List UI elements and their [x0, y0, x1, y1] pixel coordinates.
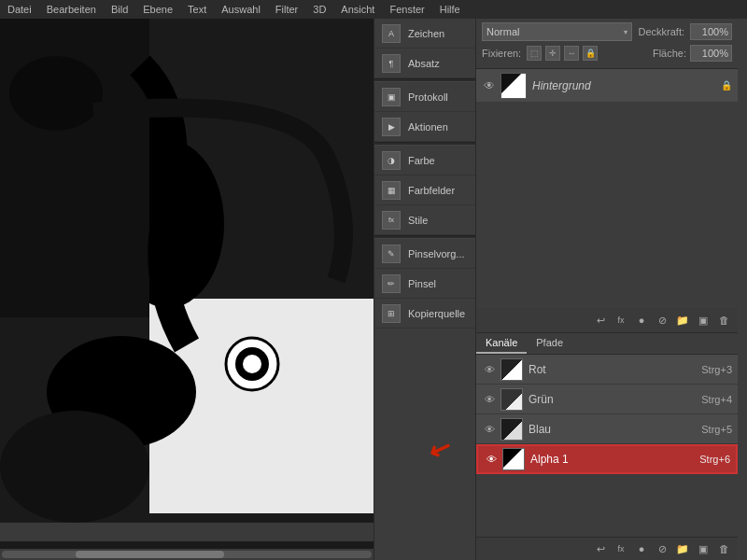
channel-alpha1[interactable]: 👁 Alpha 1 Strg+6	[476, 444, 738, 474]
right-container: A Zeichen ¶ Absatz ▣ Protokoll ▶ Aktione…	[374, 19, 747, 560]
toolbar-link-icon[interactable]: ↩	[592, 312, 609, 329]
menu-ebene[interactable]: Ebene	[143, 4, 173, 15]
layer-name: Hintergrund	[532, 79, 721, 92]
blend-row: Normal ▾ Deckkraft:	[482, 22, 732, 41]
fix-icon-3[interactable]: ↔	[564, 46, 579, 61]
stile-icon: fx	[382, 211, 401, 230]
menu-auswahl[interactable]: Auswahl	[221, 4, 261, 15]
layers-spacer	[476, 103, 738, 308]
farbfelder-icon: ▦	[382, 181, 401, 200]
toolbar-folder-icon[interactable]: 📁	[674, 312, 691, 329]
layer-thumbnail	[500, 73, 527, 99]
panel-item-farbe[interactable]: ◑ Farbe	[374, 146, 475, 175]
blend-dropdown-arrow-icon: ▾	[624, 28, 627, 36]
menu-bearbeiten[interactable]: Bearbeiten	[47, 4, 96, 15]
channel-gruen[interactable]: 👁 Grün Strg+4	[476, 385, 738, 414]
canvas-content[interactable]: →	[0, 19, 374, 549]
canvas-scrollbar-bottom[interactable]	[0, 549, 374, 560]
absatz-icon: ¶	[382, 54, 401, 73]
toolbar-fx-icon[interactable]: fx	[613, 312, 629, 329]
panel-item-pinselvorgabe[interactable]: ✎ Pinselvorg...	[374, 239, 475, 269]
panel-item-stile[interactable]: fx Stile	[374, 205, 475, 235]
menu-fenster[interactable]: Fenster	[389, 4, 424, 15]
menu-filter[interactable]: Filter	[275, 4, 298, 15]
panel-item-pinsel[interactable]: ✏ Pinsel	[374, 269, 475, 299]
zeichen-label: Zeichen	[408, 28, 444, 39]
horizontal-scrollbar-track[interactable]	[2, 551, 372, 558]
bottom-folder-icon[interactable]: 📁	[674, 540, 691, 557]
menu-bild[interactable]: Bild	[111, 4, 128, 15]
panel-item-kopierquelle[interactable]: ⊞ Kopierquelle	[374, 299, 475, 329]
channels-bottom: ↩ fx ● ⊘ 📁 ▣ 🗑	[476, 537, 738, 560]
layer-lock-icon: 🔒	[721, 80, 732, 91]
main-area: → A Zeichen ¶ Absatz ▣ Protokoll	[0, 19, 747, 560]
blend-mode-dropdown[interactable]: Normal ▾	[482, 22, 632, 41]
canvas-area: →	[0, 19, 374, 560]
panel-item-zeichen[interactable]: A Zeichen	[374, 19, 475, 49]
bottom-new-icon[interactable]: ▣	[695, 540, 712, 557]
channel-rot[interactable]: 👁 Rot Strg+3	[476, 355, 738, 385]
menu-3d[interactable]: 3D	[313, 4, 326, 15]
menu-text[interactable]: Text	[188, 4, 206, 15]
layer-hintergrund[interactable]: 👁 Hintergrund 🔒	[476, 69, 738, 103]
toolbar-circle-icon[interactable]: ●	[633, 312, 650, 329]
toolbar-new-icon[interactable]: ▣	[695, 312, 712, 329]
channel-blau-thumb	[500, 418, 523, 441]
channel-blau[interactable]: 👁 Blau Strg+5	[476, 414, 738, 444]
aktionen-label: Aktionen	[408, 121, 448, 133]
right-panel: Normal ▾ Deckkraft: Fixieren: ⬚ ✛ ↔ 🔒 Fl…	[476, 19, 738, 560]
channel-rot-shortcut: Strg+3	[701, 364, 732, 375]
kopierquelle-icon: ⊞	[382, 304, 401, 323]
pinsel-label: Pinsel	[408, 278, 436, 289]
toolbar-mask-icon[interactable]: ⊘	[654, 312, 670, 329]
horizontal-scrollbar-thumb[interactable]	[76, 551, 223, 558]
panel-item-protokoll[interactable]: ▣ Protokoll	[374, 82, 475, 112]
menu-datei[interactable]: Datei	[7, 4, 32, 15]
menu-hilfe[interactable]: Hilfe	[440, 4, 460, 15]
fix-icon-4[interactable]: 🔒	[583, 46, 598, 61]
top-menu-bar: Datei Bearbeiten Bild Ebene Text Auswahl…	[0, 0, 747, 19]
bottom-mask-icon[interactable]: ⊘	[654, 540, 670, 557]
panel-item-absatz[interactable]: ¶ Absatz	[374, 49, 475, 78]
channel-alpha1-eye[interactable]: 👁	[484, 452, 499, 467]
channel-rot-name: Rot	[529, 363, 701, 376]
menu-ansicht[interactable]: Ansicht	[341, 4, 374, 15]
channel-gruen-eye[interactable]: 👁	[482, 392, 497, 407]
layer-eye-icon[interactable]: 👁	[482, 78, 497, 93]
channels-panel: 👁 Rot Strg+3 👁 Grün Strg+4 👁 Blau	[476, 355, 738, 560]
farbe-icon: ◑	[382, 151, 401, 170]
pinsel-icon: ✏	[382, 274, 401, 293]
panel-item-farbfelder[interactable]: ▦ Farbfelder	[374, 175, 475, 205]
panel-item-aktionen[interactable]: ▶ Aktionen	[374, 112, 475, 142]
flaeche-input[interactable]	[690, 45, 732, 62]
channel-rot-thumb	[500, 358, 523, 381]
flaeche-label: Fläche:	[653, 48, 686, 59]
channel-alpha1-name: Alpha 1	[530, 453, 699, 466]
fix-icon-1[interactable]: ⬚	[527, 46, 542, 61]
farbe-label: Farbe	[408, 155, 435, 166]
kopierquelle-label: Kopierquelle	[408, 308, 465, 319]
tab-pfade[interactable]: Pfade	[527, 333, 572, 354]
pinselvorgabe-icon: ✎	[382, 245, 401, 263]
bottom-fx-icon[interactable]: fx	[613, 540, 629, 557]
svg-point-10	[0, 411, 149, 523]
bottom-delete-icon[interactable]: 🗑	[715, 540, 732, 557]
aktionen-icon: ▶	[382, 118, 401, 136]
protokoll-icon: ▣	[382, 88, 401, 106]
deckkraft-input[interactable]	[690, 23, 732, 40]
toolbar-delete-icon[interactable]: 🗑	[715, 312, 732, 329]
channel-rot-eye[interactable]: 👁	[482, 362, 497, 377]
farbfelder-label: Farbfelder	[408, 185, 455, 196]
bottom-link-icon[interactable]: ↩	[592, 540, 609, 557]
layers-top: Normal ▾ Deckkraft: Fixieren: ⬚ ✛ ↔ 🔒 Fl…	[476, 19, 738, 69]
channels-toolbar: ↩ fx ● ⊘ 📁 ▣ 🗑	[476, 308, 738, 333]
svg-point-5	[9, 56, 103, 131]
channel-alpha1-shortcut: Strg+6	[699, 454, 730, 465]
fix-icon-2[interactable]: ✛	[545, 46, 560, 61]
absatz-label: Absatz	[408, 58, 440, 69]
channels-tabs: Kanäle Pfade	[476, 333, 738, 355]
bottom-circle-icon[interactable]: ●	[633, 540, 650, 557]
pinselvorgabe-label: Pinselvorg...	[408, 248, 465, 259]
channel-blau-eye[interactable]: 👁	[482, 422, 497, 437]
tab-kanaele[interactable]: Kanäle	[476, 333, 527, 354]
